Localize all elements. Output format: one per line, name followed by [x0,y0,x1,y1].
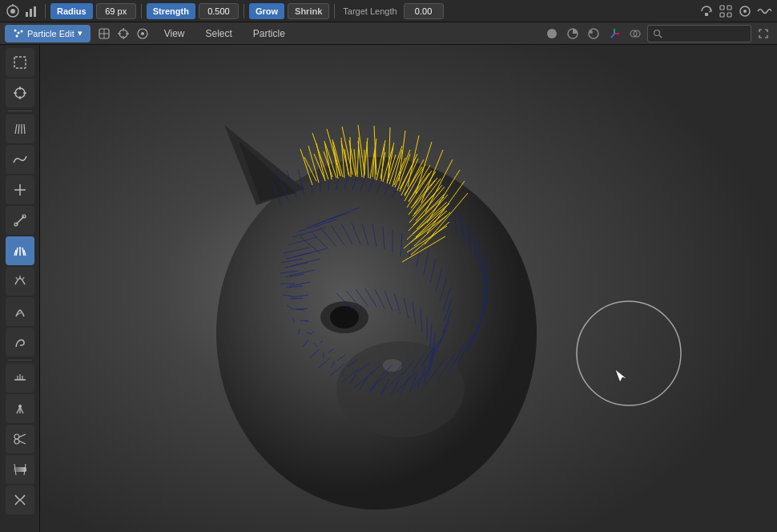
top-toolbar: Radius 69 px Strength 0.500 Grow Shrink … [0,0,777,22]
svg-line-33 [611,34,614,38]
svg-line-37 [659,35,662,38]
header-bar: Particle Edit ▾ View [0,22,777,45]
engine-icon[interactable] [5,3,21,19]
svg-line-44 [15,124,17,134]
flatten-tool[interactable] [6,364,34,393]
select-tool[interactable] [6,48,34,77]
puff-tool[interactable] [6,236,34,265]
mode-chevron: ▾ [78,28,83,38]
radius-label: Radius [57,6,87,16]
search-icon [653,29,662,38]
viewport-shading-solid[interactable] [543,25,561,42]
sep4 [334,4,335,18]
graph-icon[interactable] [24,3,40,19]
viewport-shading-rendered[interactable] [585,25,602,42]
svg-point-69 [14,434,19,439]
wrap-icon[interactable] [698,3,715,19]
lt-sep1 [8,111,32,111]
svg-point-30 [590,30,593,34]
view-menu[interactable]: View [156,25,193,42]
svg-point-16 [16,34,18,37]
svg-point-83 [383,359,402,372]
shrink-label: Shrink [295,6,322,16]
grow-button[interactable]: Grow [249,3,284,19]
svg-line-60 [22,277,24,280]
add-tool[interactable] [6,175,34,204]
svg-rect-9 [720,13,724,17]
viewport-canvas [40,45,777,532]
strength-label: Strength [153,6,189,16]
header-right [543,25,772,42]
radius-value[interactable]: 69 px [96,3,136,19]
length-cut-tool[interactable] [6,206,34,235]
lt-sep2 [8,360,32,361]
left-toolbar [0,45,40,532]
search-box[interactable] [647,25,751,42]
gradient-tool[interactable] [6,455,34,484]
svg-point-14 [18,31,20,34]
slots-icon[interactable] [718,3,734,19]
render-icon[interactable] [737,3,753,19]
radius-button[interactable]: Radius [50,3,93,19]
svg-rect-10 [727,13,731,17]
sep2 [141,4,142,18]
select-menu[interactable]: Select [198,25,240,42]
strength-button[interactable]: Strength [147,3,195,19]
overlay-icon[interactable] [626,25,644,42]
smooth-tool[interactable] [6,145,34,174]
svg-rect-6 [705,13,708,16]
svg-point-70 [14,439,19,444]
svg-rect-38 [14,57,26,68]
wave-icon[interactable] [756,3,772,19]
svg-point-1 [10,9,15,14]
svg-line-59 [16,277,18,280]
expand-icon[interactable] [755,25,772,42]
svg-point-26 [141,32,144,35]
sep3 [244,4,244,18]
svg-line-55 [22,248,24,256]
mode-label: Particle Edit [27,29,74,38]
svg-point-36 [654,30,660,35]
pinch-tool[interactable] [6,486,34,514]
comb-tool[interactable] [6,115,34,143]
svg-point-80 [336,341,465,437]
svg-rect-7 [720,6,724,10]
svg-rect-5 [34,6,36,17]
mode-dropdown[interactable]: Particle Edit ▾ [5,25,91,42]
svg-point-68 [18,405,22,408]
target-length-label: Target Length [340,6,400,16]
svg-line-47 [24,124,25,134]
weight-tool[interactable] [6,297,34,326]
svg-point-82 [330,306,359,328]
svg-line-53 [16,248,18,256]
svg-rect-8 [727,6,731,10]
cursor-tool[interactable] [6,79,34,107]
proportional-icon[interactable] [134,25,151,42]
clump-tool[interactable] [6,394,34,423]
canvas-area[interactable] [40,45,777,532]
snap-icon[interactable] [115,25,132,42]
svg-point-12 [743,10,747,13]
particle-menu[interactable]: Particle [245,25,293,42]
gizmo-icon[interactable] [606,25,623,42]
puff2-tool[interactable] [6,267,34,296]
svg-point-29 [589,29,598,38]
svg-point-77 [216,157,537,510]
main-area [0,45,777,532]
scissor-tool[interactable] [6,425,34,453]
viewport-shading-material[interactable] [564,25,582,42]
svg-line-67 [20,407,23,413]
grow-label: Grow [256,6,278,16]
transform-icon[interactable] [95,25,113,42]
svg-point-27 [547,29,557,38]
strength-value[interactable]: 0.500 [199,3,239,19]
svg-point-13 [14,29,17,31]
target-length-value[interactable]: 0.00 [404,3,444,19]
svg-rect-3 [26,12,28,17]
svg-rect-4 [30,9,32,17]
particle-icon [13,28,24,39]
shrink-button[interactable]: Shrink [288,3,329,19]
svg-line-45 [18,124,19,134]
svg-point-15 [21,30,23,32]
curl-tool[interactable] [6,328,34,357]
